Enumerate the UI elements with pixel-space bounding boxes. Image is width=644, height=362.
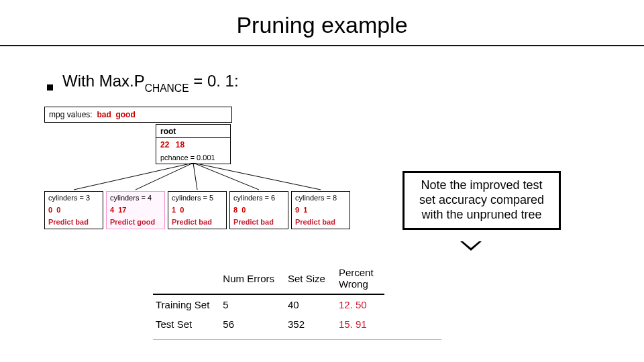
tree-leaf-row: cylinders = 300Predict badcylinders = 44…	[44, 191, 360, 229]
table-header-blank	[153, 263, 220, 294]
tree-leaf-node: cylinders = 680Predict bad	[229, 191, 288, 229]
table-row: Training Set54012. 50	[153, 294, 384, 314]
row-label: Training Set	[153, 294, 220, 314]
results-table: Num Errors Set Size Percent Wrong Traini…	[153, 263, 384, 334]
tree-root-node: root 22 18 pchance = 0.001	[156, 124, 231, 164]
leaf-counts: 00	[45, 204, 103, 215]
bullet-text: With Max.PCHANCE = 0. 1:	[62, 72, 239, 93]
leaf-condition: cylinders = 5	[168, 192, 226, 204]
callout-note: Note the improved test set accuracy comp…	[402, 171, 561, 230]
leaf-condition: cylinders = 4	[107, 192, 164, 204]
tree-leaf-node: cylinders = 891Predict bad	[291, 191, 350, 229]
svg-line-3	[193, 163, 259, 190]
decision-tree-diagram: mpg values: bad good root 22 18 pchance …	[44, 107, 360, 229]
bullet-square-icon	[47, 84, 53, 90]
leaf-condition: cylinders = 6	[230, 192, 288, 204]
mpg-legend: mpg values: bad good	[44, 107, 232, 123]
leaf-counts: 91	[292, 204, 350, 215]
leaf-counts: 10	[168, 204, 226, 215]
bullet-parameter: With Max.PCHANCE = 0. 1:	[47, 72, 600, 93]
leaf-condition: cylinders = 8	[292, 192, 350, 204]
root-pchance: pchance = 0.001	[156, 152, 230, 164]
row-num-errors: 5	[220, 294, 285, 314]
table-bottom-rule	[153, 339, 441, 340]
svg-line-2	[193, 163, 197, 190]
leaf-counts: 417	[107, 204, 164, 215]
page-title: Pruning example	[0, 0, 644, 45]
root-label: root	[156, 125, 230, 136]
table-header-set-size: Set Size	[285, 263, 336, 294]
table-header-percent-wrong: Percent Wrong	[336, 263, 384, 294]
table-row: Test Set5635215. 91	[153, 314, 384, 334]
tree-leaf-node: cylinders = 300Predict bad	[44, 191, 103, 229]
leaf-condition: cylinders = 3	[45, 192, 103, 204]
row-set-size: 40	[285, 294, 336, 314]
row-percent-wrong: 15. 91	[336, 314, 384, 334]
callout-tail-inner-icon	[463, 241, 479, 248]
table-header-num-errors: Num Errors	[220, 263, 285, 294]
tree-edges	[44, 164, 360, 191]
svg-line-0	[74, 163, 193, 190]
leaf-prediction: Predict bad	[230, 215, 288, 229]
row-percent-wrong: 12. 50	[336, 294, 384, 314]
title-divider	[0, 45, 644, 46]
svg-line-1	[136, 163, 193, 190]
leaf-prediction: Predict bad	[168, 215, 226, 229]
tree-leaf-node: cylinders = 510Predict bad	[168, 191, 227, 229]
svg-line-4	[193, 163, 321, 190]
table-header-row: Num Errors Set Size Percent Wrong	[153, 263, 384, 294]
leaf-prediction: Predict good	[107, 215, 164, 229]
leaf-prediction: Predict bad	[292, 215, 350, 229]
leaf-prediction: Predict bad	[45, 215, 103, 229]
row-set-size: 352	[285, 314, 336, 334]
root-counts: 22 18	[156, 138, 230, 152]
row-label: Test Set	[153, 314, 220, 334]
leaf-counts: 80	[230, 204, 288, 215]
row-num-errors: 56	[220, 314, 285, 334]
tree-leaf-node: cylinders = 4417Predict good	[106, 191, 165, 229]
